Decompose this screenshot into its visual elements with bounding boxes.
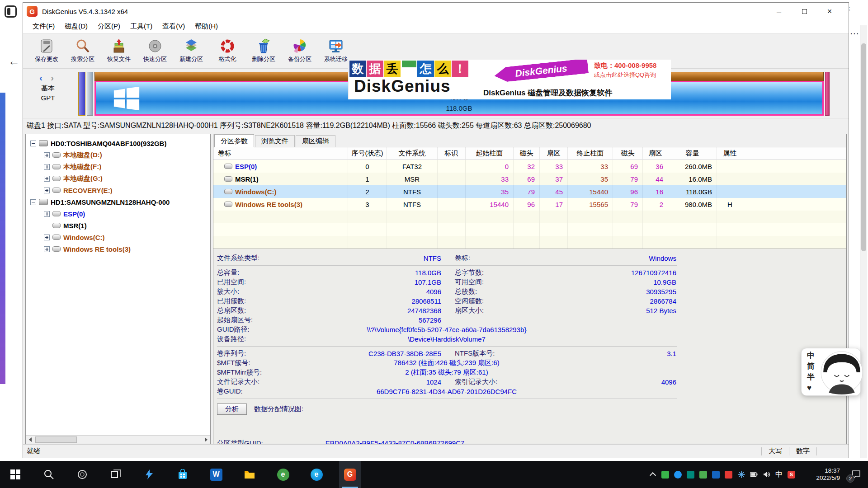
tab-browse-files[interactable]: 浏览文件 [255, 135, 295, 147]
expand-icon[interactable] [44, 176, 50, 182]
menu-file[interactable]: 文件(F) [28, 22, 60, 31]
tree-item-recovery-e[interactable]: RECOVERY(E:) [26, 184, 210, 196]
ime-mode-chinese[interactable]: 中 [807, 350, 815, 361]
tray-icon-green[interactable] [661, 471, 669, 479]
battery-icon[interactable] [750, 471, 758, 479]
col-header[interactable]: 扇区 [540, 147, 568, 160]
close-button[interactable]: × [817, 3, 842, 20]
taskbar-app-diskgenius-active[interactable]: G [339, 461, 361, 488]
format-button[interactable]: 格式化 [209, 35, 245, 67]
tree-item-local-g[interactable]: 本地磁盘(G:) [26, 173, 210, 184]
banner-qq-link[interactable]: 或点击此处选择QQ咨询 [594, 71, 656, 79]
tree-item-hd0[interactable]: HD0:TOSHIBAMQ04ABF100(932GB) [26, 137, 210, 149]
expand-icon[interactable] [44, 152, 50, 158]
analyze-button[interactable]: 分析 [217, 404, 247, 415]
tree-horizontal-scrollbar[interactable] [26, 435, 210, 444]
ime-mode-simplified[interactable]: 简 [807, 361, 815, 372]
save-changes-button[interactable]: 保存更改 [28, 35, 65, 67]
new-partition-button[interactable]: 新建分区 [173, 35, 209, 67]
search-partition-button[interactable]: 搜索分区 [65, 35, 101, 67]
tab-sector-edit[interactable]: 扇区编辑 [296, 135, 335, 147]
menu-partition[interactable]: 分区(P) [93, 22, 125, 31]
snowflake-icon[interactable] [737, 471, 745, 479]
scroll-right-arrow[interactable] [202, 436, 210, 444]
col-header[interactable]: 磁头 [514, 147, 540, 160]
tray-icon-blue-circle[interactable] [674, 471, 682, 479]
col-header[interactable]: 序号(状态) [348, 147, 387, 160]
table-row-msr[interactable]: MSR(1) 1 MSR 33 69 37 35 79 44 16.0MB [213, 173, 846, 185]
tray-icon-red[interactable] [725, 471, 732, 479]
col-header[interactable]: 容量 [668, 147, 717, 160]
quick-partition-button[interactable]: 快速分区 [137, 35, 173, 67]
minimize-button[interactable]: – [766, 3, 792, 20]
task-view-button[interactable] [105, 461, 127, 488]
table-row-esp[interactable]: ESP(0) 0 FAT32 0 32 33 33 69 36 260.0MB [213, 160, 846, 173]
col-header[interactable]: 起始柱面 [466, 147, 514, 160]
cortana-button[interactable] [71, 461, 93, 488]
col-header[interactable]: 卷标 [213, 147, 348, 160]
menu-disk[interactable]: 磁盘(D) [60, 22, 93, 31]
expand-icon[interactable] [44, 211, 50, 217]
banner-phone[interactable]: 致电：400-008-9958 [594, 61, 656, 70]
table-row-windows-re[interactable]: Windows RE tools(3) 3 NTFS 15440 96 17 1… [213, 198, 846, 211]
table-row-windows-c-selected[interactable]: Windows(C:) 2 NTFS 35 79 45 15440 96 16 … [213, 185, 846, 198]
pinned-app-word[interactable]: W [205, 461, 227, 488]
tree-item-msr[interactable]: MSR(1) [26, 220, 210, 231]
collapse-icon[interactable] [30, 141, 36, 146]
tray-icon-teal[interactable] [687, 471, 694, 479]
col-header[interactable]: 标识 [438, 147, 466, 160]
sogou-icon[interactable]: S [788, 471, 795, 479]
col-header[interactable]: 扇区 [643, 147, 668, 160]
tray-icon-green-square[interactable] [699, 471, 707, 479]
tree-item-hd1[interactable]: HD1:SAMSUNGMZNLN128HAHQ-000 [26, 196, 210, 208]
prev-disk-arrow[interactable]: ‹ [39, 72, 45, 83]
pinned-app-edge[interactable]: e [306, 461, 327, 488]
action-center-button[interactable]: 2 [847, 461, 865, 488]
partition-block-re-tools[interactable] [825, 72, 830, 116]
ime-mode-halfwidth[interactable]: 半 [807, 372, 815, 383]
hidden-icons-chevron[interactable] [650, 472, 656, 479]
pinned-app-store[interactable] [172, 461, 193, 488]
taskbar-search-button[interactable] [38, 461, 60, 488]
scroll-left-arrow[interactable] [26, 436, 34, 444]
pinned-app-file-explorer[interactable] [239, 461, 260, 488]
menu-view[interactable]: 查看(V) [157, 22, 190, 31]
delete-partition-button[interactable]: 删除分区 [245, 35, 282, 67]
expand-icon[interactable] [44, 164, 50, 170]
col-header[interactable]: 磁头 [613, 147, 643, 160]
next-disk-arrow[interactable]: › [51, 72, 57, 83]
recover-files-button[interactable]: 恢复文件 [101, 35, 137, 67]
ime-floating-widget[interactable]: 中 简 半 ♥ [801, 348, 861, 396]
start-button[interactable] [5, 461, 26, 488]
maximize-button[interactable] [792, 3, 817, 20]
tree-item-windows-re[interactable]: Windows RE tools(3) [26, 243, 210, 255]
volume-icon[interactable] [763, 471, 770, 479]
col-header[interactable]: 文件系统 [387, 147, 438, 160]
pinned-app-green-browser[interactable]: e [272, 461, 294, 488]
scrollbar-thumb[interactable] [35, 436, 77, 443]
tab-partition-params[interactable]: 分区参数 [214, 134, 254, 147]
expand-icon[interactable] [44, 246, 50, 252]
background-scrollbar-thumb[interactable] [861, 43, 866, 251]
background-back-arrow-icon[interactable]: ← [8, 54, 20, 68]
collapse-icon[interactable] [30, 199, 36, 205]
ime-language-indicator[interactable]: 中 [775, 470, 783, 479]
backup-partition-button[interactable]: 备份分区 [282, 35, 318, 67]
tree-item-windows-c[interactable]: Windows(C:) [26, 231, 210, 243]
taskbar-clock[interactable]: 18:37 2022/5/9 [800, 467, 840, 482]
expand-icon[interactable] [44, 188, 50, 193]
background-more-icon[interactable]: ⋯ [850, 28, 859, 39]
tray-icon-blue-square[interactable] [712, 471, 720, 479]
ime-heart-icon[interactable]: ♥ [807, 383, 815, 394]
tree-item-local-f[interactable]: 本地磁盘(F:) [26, 161, 210, 173]
promo-banner[interactable]: 数 据 丢 怎 么 ！ DiskGenius DiskGenius 致电：400… [348, 60, 671, 99]
pinned-app-lightning[interactable] [138, 461, 160, 488]
expand-icon[interactable] [44, 235, 50, 240]
menu-help[interactable]: 帮助(H) [190, 22, 223, 31]
col-header[interactable]: 终止柱面 [568, 147, 613, 160]
partition-block-msr[interactable] [87, 72, 93, 116]
col-header[interactable]: 属性 [717, 147, 743, 160]
tree-item-esp[interactable]: ESP(0) [26, 208, 210, 220]
tree-item-local-d[interactable]: 本地磁盘(D:) [26, 149, 210, 161]
partition-block-esp[interactable] [78, 72, 85, 116]
